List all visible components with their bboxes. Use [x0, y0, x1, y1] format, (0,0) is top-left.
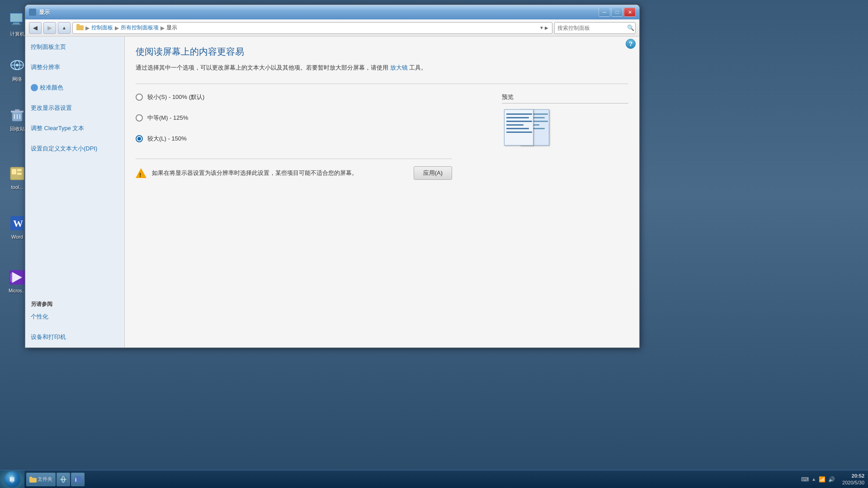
option-large-label: 较大(L) - 150%: [147, 135, 187, 143]
taskbar-system-icons: ⌨ ▲ 📶 🔊: [801, 476, 835, 483]
svg-rect-3: [12, 24, 21, 25]
content-area: 控制面板主页 调整分辨率 校准颜色 更改显示器设置 调整 ClearType 文…: [25, 37, 639, 347]
help-button[interactable]: ?: [626, 39, 636, 49]
radio-small[interactable]: [136, 94, 143, 101]
computer-icon: [8, 11, 26, 29]
window-controls: ─ □ ✕: [599, 8, 636, 17]
page-title: 使阅读屏幕上的内容更容易: [136, 46, 628, 58]
warning-icon: !: [136, 168, 146, 178]
taskbar-app3-button[interactable]: i: [71, 473, 85, 486]
nav-bar: ◀ ▶ ▲ ▶ 控制面板 ▶ 所有控制面板项 ▶ 显示: [25, 19, 639, 37]
svg-rect-10: [15, 109, 19, 111]
start-orb-icon: ⊞: [4, 471, 20, 488]
divider-1: [136, 84, 628, 84]
vs-icon-label: Micros...: [9, 288, 26, 293]
search-icon: 🔍: [627, 24, 634, 31]
sidebar-item-adjust-resolution[interactable]: 调整分辨率: [31, 62, 119, 72]
minimize-button[interactable]: ─: [599, 8, 610, 17]
network-icon: [8, 56, 26, 74]
maximize-button[interactable]: □: [611, 8, 623, 17]
radio-large[interactable]: [136, 135, 143, 142]
close-button[interactable]: ✕: [624, 8, 636, 17]
address-sep-3: ▶: [160, 25, 165, 31]
up-button[interactable]: ▲: [58, 22, 71, 34]
speaker-icon[interactable]: 🔊: [828, 476, 835, 483]
sidebar-item-cleartype[interactable]: 调整 ClearType 文本: [31, 123, 119, 133]
svg-text:i: i: [75, 477, 76, 483]
word-icon-label: Word: [11, 234, 23, 239]
warning-section: ! 如果在将显示器设置为该分辨率时选择此设置，某些项目可能不适合您的屏幕。 应用…: [136, 159, 452, 180]
tools-icon-label: tool...: [11, 184, 24, 190]
radio-medium[interactable]: [136, 114, 143, 122]
address-go-button[interactable]: ▶: [545, 25, 548, 30]
also-see-title: 另请参阅: [31, 300, 119, 308]
preview-image: [502, 107, 552, 148]
page-description: 通过选择其中一个选项，可以更改屏幕上的文本大小以及其他项。若要暂时放大部分屏幕，…: [136, 63, 443, 73]
sidebar-item-custom-text[interactable]: 设置自定义文本大小(DPI): [31, 144, 119, 154]
expand-tray-icon[interactable]: ▲: [811, 477, 816, 482]
folder-icon: [76, 24, 84, 32]
address-all-items[interactable]: 所有控制面板项: [121, 24, 159, 32]
start-button[interactable]: ⊞: [0, 470, 24, 488]
window-title: 显示: [39, 9, 599, 16]
visual-studio-icon: [8, 268, 26, 286]
calibrate-color-icon: [31, 84, 38, 91]
clock-time: 20:52: [842, 473, 864, 479]
sidebar-item-change-display[interactable]: 更改显示器设置: [31, 103, 119, 113]
recycle-bin-icon: [8, 106, 26, 124]
taskbar: ⊞ 文件夹 i: [0, 470, 868, 488]
address-sep-2: ▶: [115, 25, 119, 31]
option-medium-label: 中等(M) - 125%: [147, 114, 188, 122]
title-bar: 显示 ─ □ ✕: [25, 5, 639, 19]
svg-text:W: W: [13, 218, 23, 229]
control-panel-window: 显示 ─ □ ✕ ◀ ▶ ▲ ▶ 控制面板: [25, 5, 640, 348]
option-small-label: 较小(S) - 100% (默认): [147, 93, 204, 101]
main-content: ? 使阅读屏幕上的内容更容易 通过选择其中一个选项，可以更改屏幕上的文本大小以及…: [125, 37, 639, 347]
apply-button[interactable]: 应用(A): [414, 166, 452, 180]
taskbar-clock[interactable]: 20:52 2020/5/30: [842, 473, 864, 486]
search-input[interactable]: [557, 25, 625, 31]
recycle-bin-label: 回收站: [10, 126, 25, 132]
network-icon-label: 网络: [12, 76, 22, 83]
option-medium[interactable]: 中等(M) - 125%: [136, 114, 484, 122]
svg-rect-16: [17, 169, 22, 171]
computer-icon-label: 计算机: [10, 31, 25, 38]
address-sep-1: ▶: [85, 25, 90, 31]
forward-button[interactable]: ▶: [43, 22, 56, 34]
search-bar[interactable]: 🔍: [554, 22, 636, 34]
magnifier-link[interactable]: 放大镜: [390, 64, 408, 71]
keyboard-icon: ⌨: [801, 476, 809, 483]
address-control-panel[interactable]: 控制面板: [91, 24, 113, 32]
back-button[interactable]: ◀: [29, 22, 42, 34]
svg-rect-17: [17, 173, 22, 175]
sidebar-item-devices-printers[interactable]: 设备和打印机: [31, 332, 119, 342]
preview-title: 预览: [502, 93, 628, 103]
svg-marker-22: [10, 272, 12, 283]
taskbar-apps: 文件夹 i: [24, 473, 797, 486]
option-small[interactable]: 较小(S) - 100% (默认): [136, 93, 484, 101]
address-dropdown-button[interactable]: ▼: [539, 25, 544, 30]
network-tray-icon: 📶: [819, 476, 826, 483]
sidebar-item-calibrate-color[interactable]: 校准颜色: [31, 83, 119, 93]
option-large[interactable]: 较大(L) - 150%: [136, 135, 484, 143]
svg-rect-2: [13, 23, 19, 24]
warning-text: 如果在将显示器设置为该分辨率时选择此设置，某些项目可能不适合您的屏幕。: [152, 169, 408, 177]
word-icon: W: [8, 214, 26, 232]
preview-doc-front: [504, 109, 533, 145]
svg-rect-15: [12, 169, 16, 174]
preview-area: 预览: [502, 93, 628, 148]
svg-rect-1: [10, 14, 22, 22]
address-current: 显示: [166, 24, 177, 32]
desktop: 计算机 网络 回收站: [0, 0, 868, 488]
taskbar-explorer-button[interactable]: 文件夹: [26, 473, 56, 486]
sidebar-item-personalization[interactable]: 个性化: [31, 312, 119, 322]
options-area: 较小(S) - 100% (默认) 中等(M) - 125%: [136, 93, 628, 148]
sidebar-item-control-panel-home[interactable]: 控制面板主页: [31, 42, 119, 52]
taskbar-browser-button[interactable]: [57, 473, 70, 486]
radio-large-dot: [137, 137, 141, 141]
taskbar-right: ⌨ ▲ 📶 🔊 20:52 2020/5/30: [797, 473, 868, 486]
clock-date: 2020/5/30: [842, 479, 864, 486]
sidebar: 控制面板主页 调整分辨率 校准颜色 更改显示器设置 调整 ClearType 文…: [25, 37, 125, 347]
address-text: ▶ 控制面板 ▶ 所有控制面板项 ▶ 显示: [76, 24, 177, 32]
address-bar[interactable]: ▶ 控制面板 ▶ 所有控制面板项 ▶ 显示 ▼ ▶: [72, 22, 552, 34]
